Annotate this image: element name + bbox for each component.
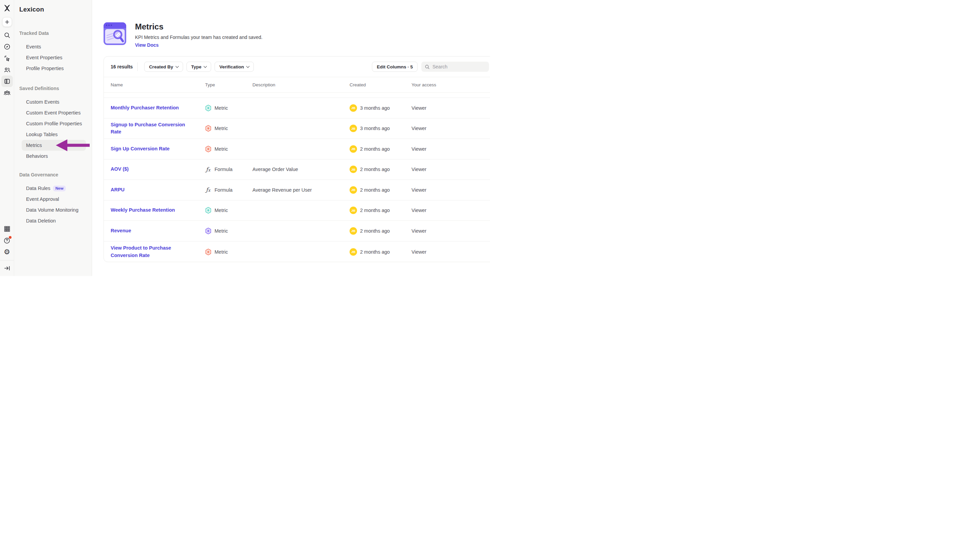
avatar: JB [350, 207, 357, 214]
metric-name-link[interactable]: Signup to Purchase Conversion Rate [111, 122, 185, 135]
metric-name-link[interactable]: View Product to Purchase Conversion Rate [111, 245, 171, 258]
formula-icon: ƒx [205, 166, 211, 173]
sidebar-item-data-rules[interactable]: Data Rules New [22, 183, 86, 194]
page-description: KPI Metrics and Formulas your team has c… [135, 35, 262, 40]
avatar: JB [350, 248, 357, 256]
notification-dot [9, 236, 11, 239]
table-row: Weekly Purchase Retention ƒx Metric JB 2… [104, 201, 490, 221]
chevron-down-icon [175, 64, 179, 68]
table-row: Revenue ƒx Metric JB 2 months ago Viewer [104, 221, 490, 241]
collapse-sidebar-icon[interactable] [2, 262, 13, 274]
rail-divider [0, 260, 14, 260]
help-icon[interactable] [2, 235, 13, 246]
column-your-access[interactable]: Your access [412, 82, 490, 88]
lexicon-panel-icon[interactable] [2, 75, 13, 87]
metric-name-link[interactable]: Revenue [111, 228, 131, 233]
edit-columns-button[interactable]: Edit Columns · 5 [372, 62, 418, 72]
table-toolbar: 16 results Created By Type Verification … [104, 57, 490, 77]
created-time: 2 months ago [360, 146, 390, 152]
table-row: ARPU ƒx Formula Average Revenue per User… [104, 180, 490, 201]
avatar: JB [350, 186, 357, 194]
settings-gear-icon[interactable]: ⚙ [2, 246, 13, 258]
created-time: 3 months ago [360, 126, 390, 131]
column-description[interactable]: Description [253, 82, 350, 88]
table-row: Monthly Purchaser Retention ƒx Metric JB… [104, 98, 490, 118]
filter-button-created-by[interactable]: Created By [144, 62, 183, 72]
access-level: Viewer [412, 228, 490, 234]
avatar: JB [350, 104, 357, 112]
access-level: Viewer [412, 167, 490, 172]
access-level: Viewer [412, 126, 490, 131]
sidebar-sections: Tracked Data Events Event Properties Pro… [14, 30, 92, 226]
metric-description: Average Revenue per User [253, 187, 350, 193]
avatar: JB [350, 145, 357, 153]
metric-description: Average Order Value [253, 167, 350, 172]
access-level: Viewer [412, 187, 490, 193]
created-time: 2 months ago [360, 187, 390, 193]
lexicon-sidebar: Lexicon Tracked Data Events Event Proper… [14, 0, 92, 276]
metric-name-link[interactable]: AOV ($) [111, 166, 129, 172]
metric-name-link[interactable]: Weekly Purchase Retention [111, 207, 175, 213]
sidebar-item-custom-profile-properties[interactable]: Custom Profile Properties [22, 118, 86, 129]
sidebar-item-behaviors[interactable]: Behaviors [22, 151, 86, 161]
sidebar-section-label: Data Governance [19, 172, 92, 177]
metric-hexagon-icon: ƒx [205, 227, 211, 235]
column-name[interactable]: Name [111, 82, 205, 88]
table-row: Signup to Purchase Conversion Rate ƒx Me… [104, 118, 490, 139]
created-time: 3 months ago [360, 105, 390, 111]
page-header: Metrics KPI Metrics and Formulas your te… [103, 22, 262, 48]
metric-name-link[interactable]: Monthly Purchaser Retention [111, 105, 179, 110]
results-count: 16 results [111, 64, 133, 69]
users-icon[interactable] [2, 64, 13, 75]
search-icon [425, 64, 430, 69]
events-cursor-click-icon[interactable] [2, 53, 13, 64]
view-docs-link[interactable]: View Docs [135, 42, 159, 48]
metric-hexagon-icon: ƒx [205, 207, 211, 214]
sidebar-item-lookup-tables[interactable]: Lookup Tables [22, 129, 86, 140]
mixpanel-logo-icon[interactable] [3, 4, 11, 12]
avatar: JB [350, 124, 357, 132]
access-level: Viewer [412, 249, 490, 255]
filter-button-verification[interactable]: Verification [215, 62, 254, 72]
search-input[interactable] [433, 64, 480, 69]
sidebar-title: Lexicon [14, 0, 92, 13]
created-time: 2 months ago [360, 249, 390, 255]
boards-compass-icon[interactable] [2, 41, 13, 53]
avatar: JB [350, 166, 357, 173]
annotation-arrow [56, 139, 90, 152]
avatar: JB [350, 227, 357, 235]
access-level: Viewer [412, 146, 490, 152]
table-body: Monthly Purchaser Retention ƒx Metric JB… [104, 98, 490, 262]
metric-name-link[interactable]: ARPU [111, 187, 124, 192]
icon-rail: ⚙ [0, 0, 14, 276]
column-type[interactable]: Type [205, 82, 253, 88]
filter-button-type[interactable]: Type [186, 62, 212, 72]
sidebar-item-events[interactable]: Events [22, 41, 86, 52]
access-level: Viewer [412, 207, 490, 213]
cohorts-people-icon[interactable] [2, 87, 13, 99]
formula-icon: ƒx [205, 186, 211, 193]
sidebar-item-event-approval[interactable]: Event Approval [22, 194, 86, 204]
sidebar-item-data-deletion[interactable]: Data Deletion [22, 215, 86, 226]
apps-grid-icon[interactable] [2, 223, 13, 235]
new-badge: New [53, 185, 66, 191]
table-row: View Product to Purchase Conversion Rate… [104, 241, 490, 262]
metrics-table-card: 16 results Created By Type Verification … [103, 56, 490, 262]
create-new-button[interactable] [2, 17, 12, 27]
access-level: Viewer [412, 105, 490, 111]
metric-name-link[interactable]: Sign Up Conversion Rate [111, 146, 170, 152]
sidebar-item-event-properties[interactable]: Event Properties [22, 52, 86, 63]
sidebar-item-data-volume-monitoring[interactable]: Data Volume Monitoring [22, 204, 86, 215]
sidebar-item-custom-events[interactable]: Custom Events [22, 97, 86, 107]
sidebar-item-profile-properties[interactable]: Profile Properties [22, 63, 86, 74]
search-box[interactable] [421, 62, 489, 72]
table-column-header: Name Type Description Created Your acces… [104, 77, 490, 93]
column-created[interactable]: Created [350, 82, 412, 88]
search-nav-icon[interactable] [2, 29, 13, 41]
sidebar-item-custom-event-properties[interactable]: Custom Event Properties [22, 107, 86, 118]
table-row: Sign Up Conversion Rate ƒx Metric JB 2 m… [104, 139, 490, 160]
filter-buttons: Created By Type Verification [144, 62, 257, 72]
metric-hexagon-icon: ƒx [205, 145, 211, 152]
sidebar-section-label: Tracked Data [19, 30, 92, 36]
metric-hexagon-icon: ƒx [205, 104, 211, 112]
